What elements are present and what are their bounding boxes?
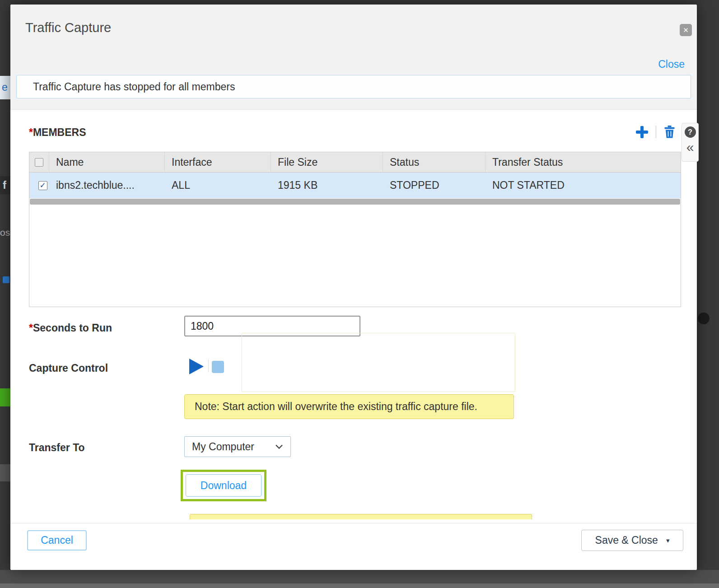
header-checkbox-cell: [29, 152, 49, 172]
notification-close-link[interactable]: Close: [658, 58, 685, 70]
transfer-to-value: My Computer: [192, 441, 254, 453]
help-icon[interactable]: ?: [685, 126, 696, 138]
column-header-status[interactable]: Status: [383, 152, 486, 172]
background-fragment-gray-block: [0, 464, 10, 481]
required-marker: *: [29, 322, 33, 334]
download-button[interactable]: Download: [186, 474, 261, 497]
background-fragment-left: e: [0, 76, 10, 99]
scrollbar-thumb[interactable]: [30, 199, 680, 205]
partial-note-box: [190, 514, 532, 519]
save-close-button[interactable]: Save & Close ▾: [581, 530, 683, 551]
dialog-title: Traffic Capture: [25, 20, 111, 35]
checkmark-icon: ✓: [39, 182, 46, 189]
delete-member-icon[interactable]: [664, 126, 675, 138]
table-horizontal-scrollbar: [29, 198, 681, 205]
seconds-to-run-label: *Seconds to Run: [29, 322, 112, 334]
members-actions: [636, 126, 675, 138]
download-highlight-box: Download: [181, 470, 266, 501]
save-close-caret-icon[interactable]: ▾: [666, 537, 670, 545]
cell-transfer-status: NOT STARTED: [486, 179, 681, 191]
column-header-file-size[interactable]: File Size: [271, 152, 383, 172]
cell-interface: ALL: [165, 179, 271, 191]
screen: e f os Traffic Capture ✕ Close Traffic C…: [0, 0, 719, 588]
row-checkbox-cell: ✓: [29, 181, 49, 190]
cell-name: ibns2.techblue....: [49, 179, 165, 191]
cell-status: STOPPED: [383, 179, 486, 191]
background-fragment-text: os: [0, 226, 10, 239]
add-member-icon[interactable]: [636, 126, 648, 138]
start-capture-icon[interactable]: [189, 358, 204, 375]
row-checkbox[interactable]: ✓: [38, 181, 47, 190]
dialog-close-icon[interactable]: ✕: [680, 24, 692, 36]
background-fragment-badge: f: [0, 176, 10, 194]
dialog-footer: Cancel Save & Close ▾: [10, 523, 697, 570]
capture-control-label: Capture Control: [29, 362, 108, 374]
background-fragment-green-bar: [0, 388, 10, 406]
seconds-to-run-input[interactable]: [184, 316, 360, 336]
transfer-to-label: Transfer To: [29, 442, 85, 454]
traffic-capture-dialog: Traffic Capture ✕ Close Traffic Capture …: [10, 5, 697, 570]
stop-capture-icon[interactable]: [212, 361, 224, 373]
collapse-panel-icon[interactable]: «: [686, 142, 694, 153]
transfer-to-select[interactable]: My Computer: [184, 436, 291, 457]
table-header-row: Name Interface File Size Status Transfer…: [29, 152, 681, 173]
chevron-down-icon: [275, 444, 283, 449]
column-header-name[interactable]: Name: [49, 152, 165, 172]
members-table: Name Interface File Size Status Transfer…: [29, 152, 681, 307]
column-header-interface[interactable]: Interface: [165, 152, 271, 172]
save-close-label: Save & Close: [595, 534, 658, 546]
actions-divider: [656, 126, 656, 138]
cancel-button[interactable]: Cancel: [27, 530, 87, 551]
required-marker: *: [29, 126, 33, 138]
notification-message: Traffic Capture has stopped for all memb…: [16, 75, 691, 98]
table-row[interactable]: ✓ ibns2.techblue.... ALL 1915 KB STOPPED…: [29, 173, 681, 198]
capture-controls-divider: [208, 359, 209, 373]
members-section-label: *MEMBERS: [29, 126, 86, 139]
background-fragment-blue-dot: [3, 276, 9, 283]
column-header-transfer-status[interactable]: Transfer Status: [486, 152, 681, 172]
capture-note: Note: Start action will overwrite the ex…: [184, 394, 514, 419]
highlight-region: [242, 333, 515, 392]
table-empty-area: [29, 205, 681, 307]
help-strip: ? «: [682, 123, 699, 162]
select-all-checkbox[interactable]: [35, 158, 43, 167]
cell-file-size: 1915 KB: [271, 179, 383, 191]
background-bottom-strip: [0, 583, 719, 588]
background-fragment-dark-circle: [698, 313, 710, 324]
